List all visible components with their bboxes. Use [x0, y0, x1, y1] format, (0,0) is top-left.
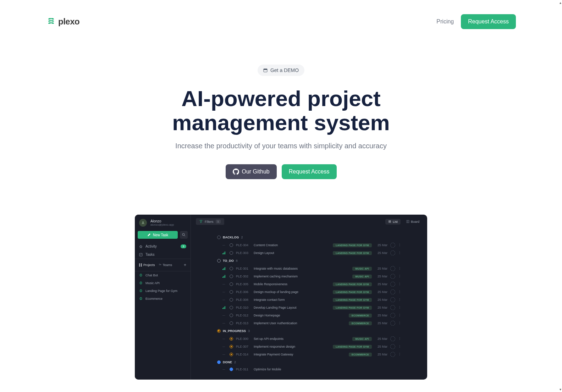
priority-icon	[222, 306, 227, 309]
task-more-button[interactable]: ⋮	[398, 345, 401, 348]
view-board-button[interactable]: Board	[403, 219, 422, 225]
task-row[interactable]: ···PLE-305Mobile ResponsivenessLANDING P…	[196, 280, 422, 288]
app-screenshot: A Alonzo alonzo@plexo.app New Task	[135, 215, 427, 380]
priority-icon: ···	[222, 290, 227, 294]
assignee-avatar[interactable]	[390, 266, 395, 271]
task-row[interactable]: ···PLE-312Design HomepageECOMMERCE25 Mar…	[196, 311, 422, 319]
task-status-icon	[230, 282, 233, 286]
task-id: PLE-304	[236, 243, 251, 247]
sidebar-project[interactable]: Ecommerce	[135, 295, 191, 303]
task-row[interactable]: PLE-303Design LayoutLANDING PAGE FOR GYM…	[196, 249, 422, 257]
request-access-header-button[interactable]: Request Access	[461, 14, 516, 29]
list-icon	[388, 220, 391, 223]
new-task-label: New Task	[153, 233, 168, 237]
task-more-button[interactable]: ⋮	[398, 267, 401, 270]
svg-rect-8	[141, 265, 142, 266]
task-more-button[interactable]: ⋮	[398, 275, 401, 278]
assignee-avatar[interactable]	[390, 344, 395, 349]
user-name: Alonzo	[150, 219, 174, 223]
filters-button[interactable]: Filters 1	[196, 218, 224, 225]
assignee-avatar[interactable]	[390, 313, 395, 318]
logo[interactable]: plexo	[46, 17, 79, 27]
task-more-button[interactable]: ⋮	[398, 306, 401, 309]
sidebar-project[interactable]: Chat Bot	[135, 271, 191, 279]
task-more-button[interactable]: ⋮	[398, 251, 401, 255]
task-more-button[interactable]: ⋮	[398, 353, 401, 356]
assignee-avatar[interactable]	[390, 336, 395, 341]
assignee-avatar[interactable]	[390, 274, 395, 279]
task-more-button[interactable]: ⋮	[398, 290, 401, 294]
task-row[interactable]: ···PLE-314Integrate Payment GatewayECOMM…	[196, 350, 422, 358]
section-count: 3	[248, 329, 250, 333]
section-header[interactable]: BACKLOG2	[196, 233, 422, 241]
task-row[interactable]: ···PLE-307Implement responsive designLAN…	[196, 343, 422, 350]
filter-icon	[199, 220, 203, 223]
section-header[interactable]: TO_DO8	[196, 257, 422, 265]
sidebar-tasks[interactable]: Tasks	[135, 250, 191, 259]
task-status-icon	[230, 267, 233, 270]
task-more-button[interactable]: ⋮	[398, 321, 401, 325]
view-list-button[interactable]: List	[385, 219, 401, 225]
task-row[interactable]: ···PLE-306Design mockup of landing pageL…	[196, 288, 422, 296]
task-date: 25 Mar	[375, 282, 387, 286]
task-status-icon	[230, 298, 233, 302]
assignee-avatar[interactable]	[390, 352, 395, 357]
search-button[interactable]	[180, 231, 188, 239]
assignee-avatar[interactable]	[390, 282, 395, 287]
section-header[interactable]: DONE2	[196, 358, 422, 366]
task-row[interactable]: ···PLE-300Set up API endpointsMUSIC API2…	[196, 335, 422, 343]
request-access-hero-button[interactable]: Request Access	[282, 164, 337, 179]
github-icon	[233, 169, 239, 175]
task-status-icon	[230, 353, 233, 356]
task-date: 25 Mar	[375, 290, 387, 294]
task-row[interactable]: ···PLE-313Implement User AuthenticationE…	[196, 319, 422, 327]
get-demo-button[interactable]: Get a DEMO	[258, 65, 304, 76]
task-id: PLE-300	[236, 337, 251, 341]
assignee-avatar[interactable]	[390, 250, 395, 255]
assignee-avatar[interactable]	[390, 243, 395, 248]
task-more-button[interactable]: ⋮	[398, 337, 401, 341]
assignee-avatar[interactable]	[390, 289, 395, 294]
task-title: Implement responsive design	[254, 345, 330, 348]
github-button[interactable]: Our Github	[226, 164, 277, 179]
pricing-link[interactable]: Pricing	[436, 18, 454, 25]
task-row[interactable]: ···PLE-304Content CreationLANDING PAGE F…	[196, 241, 422, 249]
task-tag: LANDING PAGE FOR GYM	[333, 345, 372, 349]
logo-text: plexo	[58, 17, 79, 27]
svg-rect-7	[139, 265, 140, 266]
task-more-button[interactable]: ⋮	[398, 314, 401, 317]
assignee-avatar[interactable]	[390, 305, 395, 310]
user-menu[interactable]: A Alonzo alonzo@plexo.app	[135, 215, 191, 231]
priority-icon: ···	[222, 321, 227, 325]
task-row[interactable]: PLE-301Integrate with music databasesMUS…	[196, 265, 422, 272]
new-task-button[interactable]: New Task	[138, 231, 178, 239]
sidebar-project[interactable]: Music API	[135, 279, 191, 287]
section-header[interactable]: IN_PROGRESS3	[196, 327, 422, 335]
svg-point-10	[160, 264, 161, 265]
task-row[interactable]: ···PLE-311Optimize for Mobile	[196, 366, 422, 372]
task-row[interactable]: PLE-302Implement caching mechanismMUSIC …	[196, 272, 422, 280]
add-project-button[interactable]: +	[184, 263, 186, 267]
filters-count: 1	[216, 220, 221, 223]
status-done-icon	[217, 360, 221, 364]
task-title: Design Layout	[254, 251, 330, 255]
sidebar-project[interactable]: Landing Page for Gym	[135, 287, 191, 295]
task-date: 25 Mar	[375, 353, 387, 356]
tab-projects[interactable]: Projects	[139, 263, 155, 267]
assignee-avatar[interactable]	[390, 321, 395, 326]
task-tag: MUSIC API	[352, 337, 372, 341]
svg-rect-5	[139, 264, 140, 265]
task-tag: LANDING PAGE FOR GYM	[333, 282, 372, 286]
task-row[interactable]: ···PLE-308Integrate contact formLANDING …	[196, 296, 422, 304]
tab-teams[interactable]: Teams	[159, 263, 172, 267]
scrollbar[interactable]: ▴ ▾	[556, 0, 561, 392]
task-date: 25 Mar	[375, 306, 387, 309]
task-tag: ECOMMERCE	[349, 353, 372, 357]
task-title: Content Creation	[254, 243, 330, 247]
task-more-button[interactable]: ⋮	[398, 243, 401, 247]
assignee-avatar[interactable]	[390, 297, 395, 302]
task-more-button[interactable]: ⋮	[398, 298, 401, 302]
sidebar-activity[interactable]: Activity 3	[135, 242, 191, 250]
task-row[interactable]: PLE-310Develop Landing Page LayoutLANDIN…	[196, 304, 422, 311]
task-more-button[interactable]: ⋮	[398, 282, 401, 286]
